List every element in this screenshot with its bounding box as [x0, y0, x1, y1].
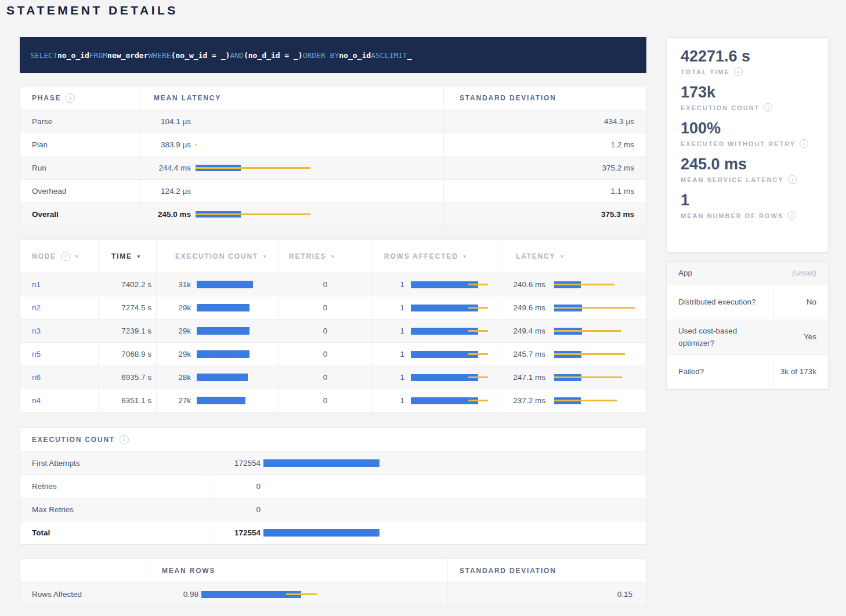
stddev-bar [554, 376, 622, 379]
info-icon[interactable]: i [61, 252, 70, 261]
stddev-bar [196, 144, 197, 146]
app-detail-label: App [678, 267, 692, 279]
sort-arrow-icon[interactable]: ▼ [462, 254, 467, 259]
rows-affected-row: Rows Affected0.980.15 [20, 582, 646, 606]
stddev-value: 1.2 ms [610, 140, 634, 149]
app-detail-value: (unset) [792, 267, 816, 279]
page-title: STATEMENT DETAILS [6, 3, 178, 17]
column-header-node[interactable]: NODEi▼ [20, 240, 98, 273]
mean-latency-header-label: MEAN LATENCY [154, 94, 221, 102]
phase-stddev-cell: 375.3 ms [443, 203, 646, 226]
rows-stddev-cell: 0.15 [447, 583, 646, 606]
phase-header-cell: PHASE i [20, 86, 140, 110]
latency-cell: 249.6 ms [501, 296, 646, 319]
execution-value-cell: 0 [208, 498, 646, 521]
mean-bar [197, 350, 250, 358]
info-icon[interactable]: i [66, 93, 75, 103]
summary-stat: 1MEAN NUMBER OF ROWSi [681, 191, 814, 220]
phase-row: Overall245.0 ms375.3 ms [20, 202, 646, 226]
latency-bar-chart [554, 350, 641, 359]
app-detail-value: 3k of 173k [780, 366, 816, 378]
rows-affected-table: MEAN ROWS STANDARD DEVIATION Rows Affect… [20, 559, 646, 606]
app-detail-label-cell: Failed? [667, 355, 773, 389]
info-icon[interactable]: i [734, 67, 743, 76]
phase-stddev-cell: 1.1 ms [443, 180, 646, 202]
sql-identifier: no_o_id [339, 51, 371, 60]
sql-identifier: (no_d_id = _) [244, 51, 303, 60]
phase-stddev-cell: 1.2 ms [443, 133, 646, 156]
execution-value: 0 [208, 505, 261, 514]
stddev-bar [196, 213, 310, 216]
rows-affected-label-cell: Rows Affected [20, 583, 150, 606]
latency-value: 249.6 ms [501, 303, 545, 312]
node-link[interactable]: n1 [32, 280, 41, 289]
column-header-rows-affected[interactable]: ROWS AFFECTED▼ [372, 240, 501, 273]
app-detail-row: App(unset) [667, 262, 828, 285]
phase-name-cell: Run [20, 157, 140, 179]
mean-bar [263, 529, 379, 537]
info-icon[interactable]: i [787, 211, 796, 220]
sort-arrow-icon[interactable]: ▼ [559, 254, 564, 259]
mean-bar [197, 304, 250, 311]
phase-name-cell: Plan [20, 133, 140, 156]
sort-arrow-icon[interactable]: ▼ [136, 254, 141, 259]
execution-value-cell: 172554 [208, 452, 646, 474]
column-header-time[interactable]: TIME▼ [98, 240, 156, 273]
node-cell: n3 [20, 320, 98, 342]
app-detail-label: Distributed execution? [678, 296, 756, 308]
node-link[interactable]: n3 [32, 327, 41, 335]
stat-label: EXECUTED WITHOUT RETRYi [681, 139, 814, 148]
node-link[interactable]: n6 [32, 373, 41, 382]
info-icon[interactable]: i [800, 139, 808, 148]
execution-count-row: Max Retries0 [20, 498, 646, 521]
stat-value: 245.0 ms [681, 155, 814, 173]
retries-cell: 0 [278, 296, 372, 319]
summary-stats-card: 42271.6 sTOTAL TIMEi173kEXECUTION COUNTi… [666, 37, 829, 253]
time-cell: 7274.5 s [98, 296, 156, 319]
node-link[interactable]: n5 [32, 350, 41, 358]
latency-bar-chart [196, 210, 445, 219]
node-row: n17402.2 s31k01240.6 ms [20, 273, 646, 296]
mean-rows-header-cell: MEAN ROWS [150, 559, 447, 582]
stddev-bar [286, 593, 317, 596]
rows-affected-label: Rows Affected [32, 590, 82, 599]
phase-header-label: PHASE [32, 94, 61, 102]
phase-label: Overhead [32, 187, 66, 195]
latency-bar-chart [411, 350, 498, 359]
execution-count-cell: 29k [156, 320, 278, 342]
rows-affected-value: 1 [373, 373, 404, 382]
rows-affected-value: 1 [373, 396, 404, 405]
column-header-execution-count[interactable]: EXECUTION COUNT▼ [156, 240, 278, 273]
info-icon[interactable]: i [764, 103, 772, 112]
info-icon[interactable]: i [788, 175, 797, 184]
sort-arrow-icon[interactable]: ▼ [331, 254, 335, 259]
stat-label-text: EXECUTION COUNT [681, 104, 760, 111]
info-icon[interactable]: i [120, 435, 129, 444]
stat-label-text: EXECUTED WITHOUT RETRY [681, 140, 796, 147]
stddev-bar [554, 284, 614, 286]
app-details-table: App(unset)Distributed execution?NoUsed c… [666, 261, 829, 390]
column-header-retries[interactable]: RETRIES▼ [278, 240, 372, 273]
sort-arrow-icon[interactable]: ▼ [262, 254, 267, 259]
rows-affected-cell: 1 [372, 320, 501, 342]
column-header-label: LATENCY [516, 252, 555, 260]
column-header-latency[interactable]: LATENCY▼ [501, 240, 646, 273]
node-link[interactable]: n2 [32, 303, 41, 312]
latency-bar-chart [554, 396, 641, 405]
node-stats-table: NODEi▼TIME▼EXECUTION COUNT▼RETRIES▼ROWS … [20, 240, 646, 412]
sort-arrow-icon[interactable]: ▼ [74, 254, 79, 259]
execution-value-cell: 0 [208, 475, 646, 498]
latency-bar-chart [196, 117, 445, 126]
stddev-bar [554, 307, 635, 309]
retries-value: 0 [323, 373, 328, 382]
execution-count-cell: 28k [156, 366, 278, 389]
execution-count-cell: 27k [156, 389, 278, 412]
sql-keyword: ASC [371, 51, 384, 60]
execution-value: 0 [208, 482, 261, 491]
sql-statement-box: SELECT no_o_id FROM new_order WHERE (no_… [20, 37, 646, 73]
execution-count-value: 29k [157, 327, 191, 335]
execution-label-cell: Max Retries [20, 498, 208, 521]
node-link[interactable]: n4 [32, 396, 41, 405]
phase-name-cell: Parse [20, 110, 140, 133]
latency-bar-chart [201, 590, 326, 599]
